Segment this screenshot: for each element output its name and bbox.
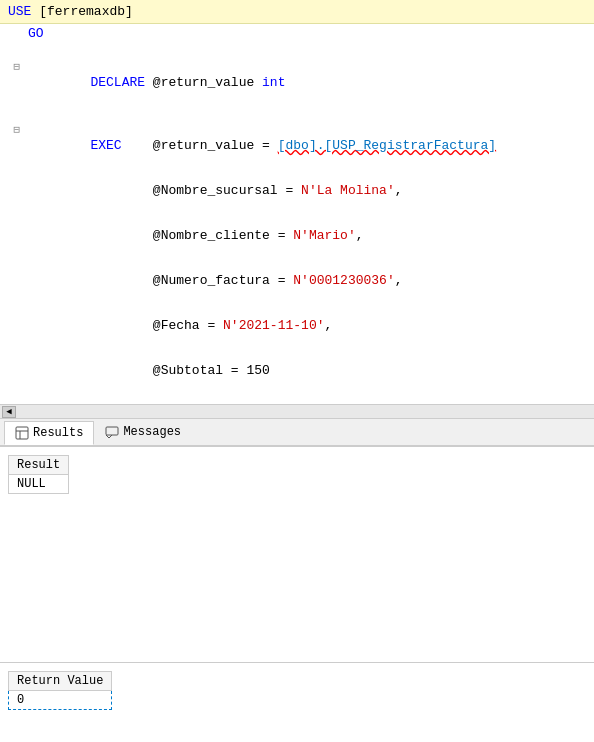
param1-name: @Nombre_sucursal [153,183,278,198]
code-line-empty2 [0,105,594,123]
param4-spaces [90,318,152,333]
param4-val: N'2021-11-10' [223,318,324,333]
code-line-param4: @Fecha = N'2021-11-10', [0,303,594,348]
param5-val: 150 [246,363,269,378]
param2-eq: = [270,228,293,243]
svg-rect-3 [106,427,118,435]
param1-eq: = [278,183,301,198]
param3-spaces [90,273,152,288]
results-panel: Result NULL [0,447,594,662]
gutter-minus2: ⊟ [8,123,24,136]
param2-content: @Nombre_cliente = N'Mario', [24,213,586,258]
table-row: 0 [9,691,112,710]
tab-messages-label: Messages [123,425,181,439]
svg-rect-0 [16,427,28,439]
code-line-param2: @Nombre_cliente = N'Mario', [0,213,594,258]
tab-results[interactable]: Results [4,421,94,445]
return-value-table: Return Value 0 [8,671,112,710]
code-line-exec: ⊟ EXEC @return_value = [dbo].[USP_Regist… [0,123,594,168]
param3-content: @Numero_factura = N'0001230036', [24,258,586,303]
tab-results-label: Results [33,426,83,440]
exec-content: EXEC @return_value = [dbo].[USP_Registra… [24,123,586,168]
main-layout: USE [ferremaxdb] GO ⊟ DECLARE @return_va… [0,0,594,742]
param5-spaces [90,363,152,378]
tab-messages[interactable]: Messages [94,420,192,444]
code-line-go-top: GO [0,24,594,42]
empty [24,42,586,57]
table-row: NULL [9,475,69,494]
return-value-cell: 0 [9,691,112,710]
param1-comma: , [395,183,403,198]
param4-eq: = [200,318,223,333]
param2-comma: , [356,228,364,243]
exec-spacing: @return_value = [122,138,278,153]
declare-content: DECLARE @return_value int [24,60,586,105]
results-icon [15,426,29,440]
horizontal-scrollbar[interactable]: ◀ [0,404,594,418]
top-bar: USE [ferremaxdb] [0,0,594,24]
result-header: Result [9,456,69,475]
param3-comma: , [395,273,403,288]
code-line-empty1 [0,42,594,60]
return-var: @return_value [153,75,262,90]
param4-content: @Fecha = N'2021-11-10', [24,303,586,348]
exec-kw: EXEC [90,138,121,153]
bottom-results-panel: Return Value 0 [0,662,594,742]
code-line-param3: @Numero_factura = N'0001230036', [0,258,594,303]
param3-eq: = [270,273,293,288]
param5-content: @Subtotal = 150 [24,348,586,393]
code-line-param5: @Subtotal = 150 [0,348,594,393]
param1-val: N'La Molina' [301,183,395,198]
null-value: NULL [9,475,69,494]
param4-name: @Fecha [153,318,200,333]
param2-spaces [90,228,152,243]
db-name: [ferremaxdb] [39,4,133,19]
param5-eq: = [223,363,246,378]
code-line-param1: @Nombre_sucursal = N'La Molina', [0,168,594,213]
stored-proc: [dbo].[USP_RegistrarFactura] [278,138,496,153]
param2-val: N'Mario' [293,228,355,243]
gutter-minus: ⊟ [8,60,24,73]
use-statement: USE [8,4,31,19]
code-line-declare: ⊟ DECLARE @return_value int [0,60,594,105]
param3-val: N'0001230036' [293,273,394,288]
param5-name: @Subtotal [153,363,223,378]
return-value-header: Return Value [9,672,112,691]
empty [24,105,586,120]
param1-spaces [90,183,152,198]
code-editor[interactable]: GO ⊟ DECLARE @return_value int ⊟ EXEC @r… [0,24,594,419]
go-keyword: GO [24,26,586,41]
param1-content: @Nombre_sucursal = N'La Molina', [24,168,586,213]
scroll-left-btn[interactable]: ◀ [2,406,16,418]
messages-icon [105,425,119,439]
result-table-null: Result NULL [8,455,69,494]
param4-comma: , [324,318,332,333]
tabs-bar: Results Messages [0,419,594,447]
declare-kw: DECLARE [90,75,152,90]
param3-name: @Numero_factura [153,273,270,288]
param2-name: @Nombre_cliente [153,228,270,243]
int-kw: int [262,75,285,90]
